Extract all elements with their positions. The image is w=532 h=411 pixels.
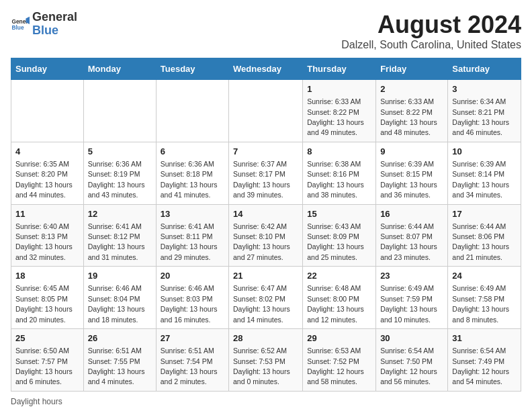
day-detail: Sunrise: 6:34 AMSunset: 8:21 PMDaylight:… [452, 97, 509, 136]
day-cell: 3 Sunrise: 6:34 AMSunset: 8:21 PMDayligh… [448, 80, 521, 142]
day-number: 26 [88, 332, 152, 345]
day-number: 25 [15, 332, 79, 345]
day-number: 10 [452, 146, 517, 158]
logo: General Blue General Blue [11, 11, 77, 38]
header: General Blue General Blue August 2024 Da… [11, 11, 521, 51]
day-number: 6 [161, 146, 224, 158]
day-cell: 10 Sunrise: 6:39 AMSunset: 8:14 PMDaylig… [448, 142, 521, 204]
day-detail: Sunrise: 6:42 AMSunset: 8:10 PMDaylight:… [233, 222, 290, 261]
week-row-3: 18 Sunrise: 6:45 AMSunset: 8:05 PMDaylig… [11, 267, 521, 329]
svg-text:Blue: Blue [11, 24, 24, 31]
day-number: 4 [15, 146, 79, 158]
day-detail: Sunrise: 6:47 AMSunset: 8:02 PMDaylight:… [233, 284, 290, 323]
day-detail: Sunrise: 6:50 AMSunset: 7:57 PMDaylight:… [15, 347, 73, 385]
col-friday: Friday [376, 58, 448, 80]
day-number: 24 [452, 270, 517, 282]
day-detail: Sunrise: 6:41 AMSunset: 8:12 PMDaylight:… [88, 222, 145, 261]
main-title: August 2024 [341, 11, 521, 39]
col-sunday: Sunday [11, 58, 84, 80]
day-cell: 2 Sunrise: 6:33 AMSunset: 8:22 PMDayligh… [376, 80, 448, 142]
day-cell: 24 Sunrise: 6:49 AMSunset: 7:58 PMDaylig… [448, 267, 521, 329]
day-detail: Sunrise: 6:33 AMSunset: 8:22 PMDaylight:… [380, 97, 437, 136]
day-cell: 14 Sunrise: 6:42 AMSunset: 8:10 PMDaylig… [229, 204, 303, 267]
day-number: 7 [233, 146, 298, 158]
day-detail: Sunrise: 6:33 AMSunset: 8:22 PMDaylight:… [307, 97, 364, 136]
day-cell: 30 Sunrise: 6:54 AMSunset: 7:50 PMDaylig… [376, 329, 448, 392]
day-cell: 1 Sunrise: 6:33 AMSunset: 8:22 PMDayligh… [303, 80, 376, 142]
day-cell: 17 Sunrise: 6:44 AMSunset: 8:06 PMDaylig… [448, 204, 521, 267]
day-number: 5 [88, 146, 152, 158]
day-number: 1 [307, 83, 371, 95]
day-number: 14 [233, 208, 298, 220]
day-number: 3 [452, 83, 517, 95]
day-cell: 22 Sunrise: 6:48 AMSunset: 8:00 PMDaylig… [303, 267, 376, 329]
day-detail: Sunrise: 6:41 AMSunset: 8:11 PMDaylight:… [161, 222, 218, 261]
logo-general: General [32, 11, 77, 24]
day-cell: 15 Sunrise: 6:43 AMSunset: 8:09 PMDaylig… [303, 204, 376, 267]
day-cell: 27 Sunrise: 6:51 AMSunset: 7:54 PMDaylig… [156, 329, 228, 392]
day-detail: Sunrise: 6:39 AMSunset: 8:15 PMDaylight:… [380, 160, 437, 199]
day-cell: 16 Sunrise: 6:44 AMSunset: 8:07 PMDaylig… [376, 204, 448, 267]
day-cell: 5 Sunrise: 6:36 AMSunset: 8:19 PMDayligh… [83, 142, 156, 204]
day-cell: 28 Sunrise: 6:52 AMSunset: 7:53 PMDaylig… [229, 329, 303, 392]
day-cell: 31 Sunrise: 6:54 AMSunset: 7:49 PMDaylig… [448, 329, 521, 392]
logo-icon: General Blue [11, 15, 30, 34]
day-number: 19 [88, 270, 152, 282]
day-detail: Sunrise: 6:48 AMSunset: 8:00 PMDaylight:… [307, 284, 364, 323]
day-number: 30 [380, 332, 443, 345]
day-number: 17 [452, 208, 517, 220]
header-row: Sunday Monday Tuesday Wednesday Thursday… [11, 58, 521, 80]
day-detail: Sunrise: 6:45 AMSunset: 8:05 PMDaylight:… [15, 284, 73, 323]
day-number: 8 [307, 146, 371, 158]
day-detail: Sunrise: 6:44 AMSunset: 8:07 PMDaylight:… [380, 222, 437, 261]
day-number: 2 [380, 83, 443, 95]
calendar-table: Sunday Monday Tuesday Wednesday Thursday… [11, 58, 521, 392]
day-cell: 4 Sunrise: 6:35 AMSunset: 8:20 PMDayligh… [11, 142, 84, 204]
week-row-0: 1 Sunrise: 6:33 AMSunset: 8:22 PMDayligh… [11, 80, 521, 142]
day-detail: Sunrise: 6:51 AMSunset: 7:55 PMDaylight:… [88, 347, 145, 385]
day-detail: Sunrise: 6:35 AMSunset: 8:20 PMDaylight:… [15, 160, 73, 199]
day-number: 12 [88, 208, 152, 220]
day-number: 22 [307, 270, 371, 282]
day-cell: 6 Sunrise: 6:36 AMSunset: 8:18 PMDayligh… [156, 142, 228, 204]
day-detail: Sunrise: 6:44 AMSunset: 8:06 PMDaylight:… [452, 222, 509, 261]
day-cell [83, 80, 156, 142]
day-number: 20 [161, 270, 224, 282]
logo-blue: Blue [32, 24, 77, 38]
day-number: 13 [161, 208, 224, 220]
day-number: 29 [307, 332, 371, 345]
day-detail: Sunrise: 6:53 AMSunset: 7:52 PMDaylight:… [307, 347, 364, 385]
day-number: 18 [15, 270, 79, 282]
day-cell: 26 Sunrise: 6:51 AMSunset: 7:55 PMDaylig… [83, 329, 156, 392]
day-detail: Sunrise: 6:39 AMSunset: 8:14 PMDaylight:… [452, 160, 509, 199]
day-cell: 25 Sunrise: 6:50 AMSunset: 7:57 PMDaylig… [11, 329, 84, 392]
day-cell: 8 Sunrise: 6:38 AMSunset: 8:16 PMDayligh… [303, 142, 376, 204]
day-number: 15 [307, 208, 371, 220]
day-detail: Sunrise: 6:46 AMSunset: 8:03 PMDaylight:… [161, 284, 218, 323]
week-row-4: 25 Sunrise: 6:50 AMSunset: 7:57 PMDaylig… [11, 329, 521, 392]
day-detail: Sunrise: 6:38 AMSunset: 8:16 PMDaylight:… [307, 160, 364, 199]
col-thursday: Thursday [303, 58, 376, 80]
day-number: 23 [380, 270, 443, 282]
day-detail: Sunrise: 6:46 AMSunset: 8:04 PMDaylight:… [88, 284, 145, 323]
day-cell: 20 Sunrise: 6:46 AMSunset: 8:03 PMDaylig… [156, 267, 228, 329]
week-row-2: 11 Sunrise: 6:40 AMSunset: 8:13 PMDaylig… [11, 204, 521, 267]
title-area: August 2024 Dalzell, South Carolina, Uni… [341, 11, 521, 51]
day-cell: 13 Sunrise: 6:41 AMSunset: 8:11 PMDaylig… [156, 204, 228, 267]
day-cell: 18 Sunrise: 6:45 AMSunset: 8:05 PMDaylig… [11, 267, 84, 329]
day-detail: Sunrise: 6:43 AMSunset: 8:09 PMDaylight:… [307, 222, 364, 261]
footer-note: Daylight hours [11, 397, 521, 406]
col-saturday: Saturday [448, 58, 521, 80]
day-detail: Sunrise: 6:37 AMSunset: 8:17 PMDaylight:… [233, 160, 290, 199]
day-detail: Sunrise: 6:36 AMSunset: 8:18 PMDaylight:… [161, 160, 218, 199]
day-detail: Sunrise: 6:36 AMSunset: 8:19 PMDaylight:… [88, 160, 145, 199]
day-cell: 21 Sunrise: 6:47 AMSunset: 8:02 PMDaylig… [229, 267, 303, 329]
day-cell [11, 80, 84, 142]
day-cell: 11 Sunrise: 6:40 AMSunset: 8:13 PMDaylig… [11, 204, 84, 267]
day-number: 31 [452, 332, 517, 345]
day-number: 11 [15, 208, 79, 220]
day-detail: Sunrise: 6:40 AMSunset: 8:13 PMDaylight:… [15, 222, 73, 261]
day-cell: 19 Sunrise: 6:46 AMSunset: 8:04 PMDaylig… [83, 267, 156, 329]
day-detail: Sunrise: 6:49 AMSunset: 7:58 PMDaylight:… [452, 284, 509, 323]
day-detail: Sunrise: 6:51 AMSunset: 7:54 PMDaylight:… [161, 347, 218, 385]
